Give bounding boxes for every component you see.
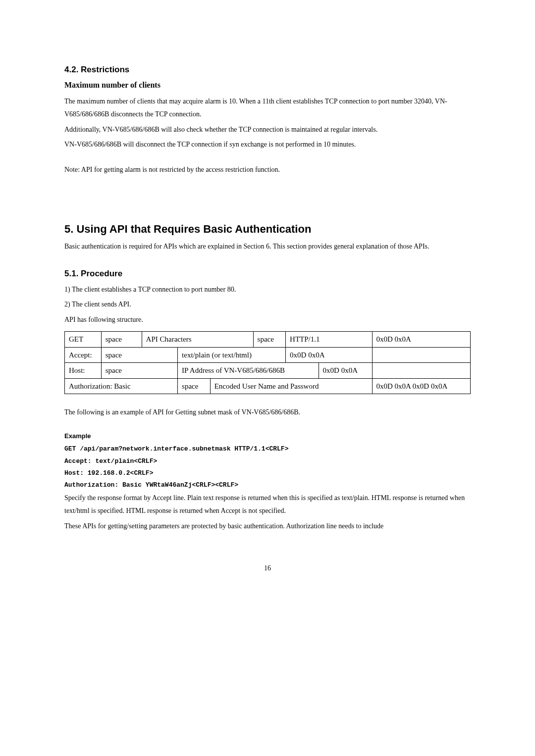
- table-cell: 0x0D 0x0A 0x0D 0x0A: [372, 378, 471, 394]
- code-line: Authorization: Basic YWRtaW46anZj<CRLF><…: [64, 480, 471, 491]
- paragraph: The following is an example of API for G…: [64, 406, 471, 419]
- table-cell: Accept:: [65, 347, 102, 363]
- table-cell: IP Address of VN-V685/686/686B: [178, 363, 319, 379]
- table-cell: text/plain (or text/html): [178, 347, 286, 363]
- table-cell: space: [253, 332, 286, 348]
- table-cell: [372, 347, 471, 363]
- table-row: Authorization: Basic space Encoded User …: [65, 378, 471, 394]
- table-cell: space: [178, 378, 211, 394]
- table-row: Host: space IP Address of VN-V685/686/68…: [65, 363, 471, 379]
- table-cell: Encoded User Name and Password: [210, 378, 372, 394]
- table-cell: GET: [65, 332, 102, 348]
- subheading-max-clients: Maximum number of clients: [64, 79, 471, 91]
- table-row: Accept: space text/plain (or text/html) …: [65, 347, 471, 363]
- note-paragraph: Note: API for getting alarm is not restr…: [64, 163, 471, 177]
- table-cell: space: [101, 363, 177, 379]
- paragraph: These APIs for getting/setting parameter…: [64, 520, 471, 533]
- table-cell: space: [101, 332, 142, 348]
- paragraph: 1) The client establishes a TCP connecti…: [64, 283, 471, 297]
- example-label: Example: [64, 431, 471, 441]
- code-line: Accept: text/plain<CRLF>: [64, 456, 471, 467]
- table-row: GET space API Characters space HTTP/1.1 …: [65, 332, 471, 348]
- table-cell: 0x0D 0x0A: [319, 363, 372, 379]
- paragraph: Additionally, VN-V685/686/686B will also…: [64, 123, 471, 137]
- api-structure-table: GET space API Characters space HTTP/1.1 …: [64, 331, 471, 394]
- table-cell: [372, 363, 471, 379]
- heading-5-1: 5.1. Procedure: [64, 267, 471, 280]
- table-cell: Authorization: Basic: [65, 378, 178, 394]
- paragraph: The maximum number of clients that may a…: [64, 95, 471, 121]
- table-cell: Host:: [65, 363, 102, 379]
- page-number: 16: [64, 563, 471, 573]
- paragraph: VN-V685/686/686B will disconnect the TCP…: [64, 138, 471, 151]
- code-line: GET /api/param?network.interface.subnetm…: [64, 444, 471, 454]
- paragraph: Specify the response format by Accept li…: [64, 492, 471, 518]
- table-cell: 0x0D 0x0A: [372, 332, 471, 348]
- heading-4-2: 4.2. Restrictions: [64, 63, 471, 76]
- table-cell: HTTP/1.1: [286, 332, 372, 348]
- table-cell: 0x0D 0x0A: [286, 347, 372, 363]
- paragraph: API has following structure.: [64, 313, 471, 327]
- table-cell: API Characters: [142, 332, 253, 348]
- table-cell: space: [101, 347, 177, 363]
- paragraph: Basic authentication is required for API…: [64, 240, 471, 253]
- paragraph: 2) The client sends API.: [64, 298, 471, 311]
- heading-5: 5. Using API that Requires Basic Authent…: [64, 221, 471, 237]
- code-line: Host: 192.168.0.2<CRLF>: [64, 468, 471, 479]
